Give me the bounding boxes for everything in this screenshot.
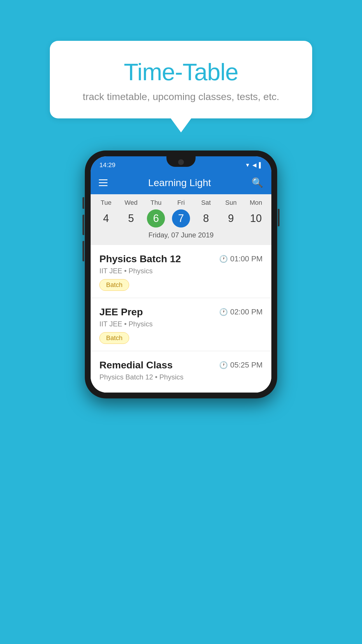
day-cell-8[interactable]: Sat8 [194, 199, 218, 228]
clock-icon: 🕐 [219, 361, 228, 369]
battery-icon: ▌ [259, 162, 263, 168]
search-button[interactable]: 🔍 [252, 177, 263, 188]
item-subtitle: Physics Batch 12 • Physics [99, 373, 263, 381]
status-icons: ▼ ◀ ▌ [245, 162, 263, 168]
app-bar: Learning Light 🔍 [91, 171, 271, 194]
day-name: Fri [177, 199, 185, 206]
item-time: 🕐 02:00 PM [219, 307, 263, 316]
phone-section: 14:29 ▼ ◀ ▌ Learning Light 🔍 [0, 150, 362, 398]
item-row-top: JEE Prep 🕐 02:00 PM [99, 306, 263, 318]
day-number: 10 [247, 209, 265, 228]
day-name: Thu [150, 199, 161, 206]
item-subtitle: IIT JEE • Physics [99, 267, 263, 275]
clock-icon: 🕐 [219, 255, 228, 263]
day-number: 5 [122, 209, 140, 228]
item-title: Remedial Class [99, 359, 173, 371]
batch-tag: Batch [99, 332, 129, 344]
day-name: Mon [250, 199, 262, 206]
day-cell-4[interactable]: Tue4 [94, 199, 118, 228]
schedule-item[interactable]: JEE Prep 🕐 02:00 PM IIT JEE • Physics Ba… [91, 298, 271, 351]
camera-dot [178, 159, 184, 165]
day-cell-5[interactable]: Wed5 [119, 199, 143, 228]
day-name: Sun [225, 199, 237, 206]
top-section: Time-Table track timetable, upcoming cla… [0, 0, 362, 118]
hamburger-line-1 [99, 179, 108, 180]
day-cell-9[interactable]: Sun9 [219, 199, 243, 228]
item-row-top: Remedial Class 🕐 05:25 PM [99, 359, 263, 371]
item-title: JEE Prep [99, 306, 143, 318]
phone-frame: 14:29 ▼ ◀ ▌ Learning Light 🔍 [85, 150, 277, 398]
item-time: 🕐 05:25 PM [219, 360, 263, 370]
day-cell-10[interactable]: Mon10 [244, 199, 268, 228]
day-number: 4 [97, 209, 115, 228]
power-button [278, 209, 280, 226]
status-time: 14:29 [99, 161, 115, 169]
menu-button[interactable] [99, 179, 108, 186]
item-row-top: Physics Batch 12 🕐 01:00 PM [99, 253, 263, 265]
wifi-icon: ▼ [245, 162, 250, 168]
bubble-subtitle: track timetable, upcoming classes, tests… [67, 91, 295, 102]
day-number: 9 [222, 209, 240, 228]
selected-date-label: Friday, 07 June 2019 [91, 228, 271, 244]
app-title: Learning Light [148, 177, 211, 188]
silent-button [82, 241, 84, 261]
schedule-item[interactable]: Remedial Class 🕐 05:25 PM Physics Batch … [91, 351, 271, 393]
item-time: 🕐 01:00 PM [219, 254, 263, 263]
day-number: 8 [197, 209, 215, 228]
day-number: 6 [147, 209, 165, 228]
hamburger-line-3 [99, 185, 108, 186]
day-name: Tue [101, 199, 111, 206]
day-name: Sat [201, 199, 211, 206]
batch-tag: Batch [99, 279, 129, 291]
schedule-list: Physics Batch 12 🕐 01:00 PM IIT JEE • Ph… [91, 245, 271, 393]
item-title: Physics Batch 12 [99, 253, 181, 265]
volume-down-button [82, 215, 84, 235]
volume-up-button [82, 197, 84, 209]
schedule-item[interactable]: Physics Batch 12 🕐 01:00 PM IIT JEE • Ph… [91, 245, 271, 298]
speech-bubble: Time-Table track timetable, upcoming cla… [50, 41, 312, 118]
calendar-strip: Tue4Wed5Thu6Fri7Sat8Sun9Mon10 Friday, 07… [91, 194, 271, 245]
hamburger-line-2 [99, 182, 108, 183]
day-cell-6[interactable]: Thu6 [144, 199, 168, 228]
item-subtitle: IIT JEE • Physics [99, 320, 263, 328]
bubble-title: Time-Table [67, 58, 295, 86]
signal-icon: ◀ [252, 162, 256, 168]
day-row: Tue4Wed5Thu6Fri7Sat8Sun9Mon10 [91, 199, 271, 228]
day-name: Wed [124, 199, 138, 206]
day-cell-7[interactable]: Fri7 [169, 199, 193, 228]
day-number: 7 [172, 209, 190, 228]
phone-screen: 14:29 ▼ ◀ ▌ Learning Light 🔍 [91, 156, 271, 393]
clock-icon: 🕐 [219, 308, 228, 316]
